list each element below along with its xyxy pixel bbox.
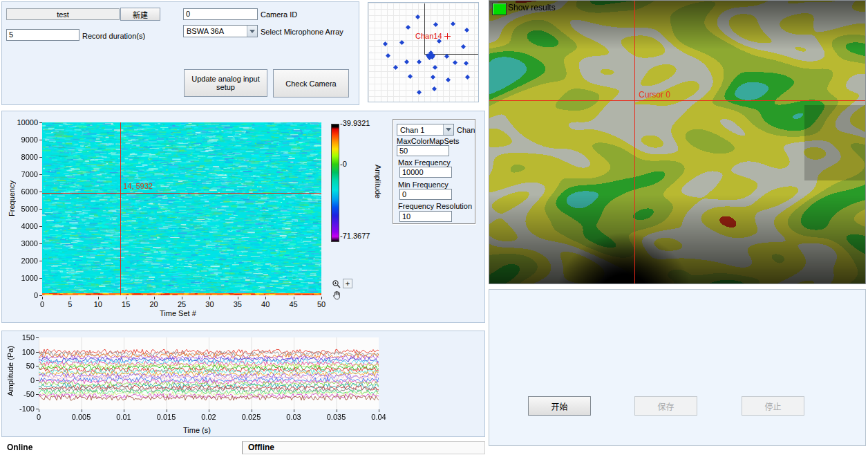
show-results-label: Show results bbox=[508, 3, 556, 12]
mic-point bbox=[406, 25, 411, 30]
tick-label: 10 bbox=[84, 300, 112, 308]
min-frequency-field[interactable]: 0 bbox=[399, 189, 452, 200]
waveform-plot bbox=[39, 337, 379, 409]
mic-point bbox=[433, 22, 438, 27]
mic-point bbox=[444, 54, 449, 59]
acoustic-camera-app: test 新建 5 Record duration(s) 0 Camera ID… bbox=[0, 0, 868, 455]
min-frequency-label: Min Frequency bbox=[398, 180, 449, 189]
spectrogram-cursor-vline bbox=[120, 122, 121, 295]
mic-point bbox=[465, 75, 470, 80]
max-frequency-label: Max Frequency bbox=[398, 158, 451, 167]
mic-point bbox=[404, 59, 409, 64]
action-panel: 开始 保存 停止 bbox=[489, 289, 866, 446]
tick-label: 0.02 bbox=[195, 413, 223, 421]
offline-status-label: Offline bbox=[248, 443, 274, 452]
tick-label: 45 bbox=[280, 300, 308, 308]
chevron-down-icon bbox=[443, 124, 453, 135]
tick-label: 5 bbox=[56, 300, 84, 308]
colorbar bbox=[331, 124, 339, 242]
colorbar-axis-label: Amplitude bbox=[374, 165, 382, 198]
tick-label: 0.03 bbox=[280, 413, 308, 421]
tick-label: 8000 bbox=[9, 153, 38, 161]
record-duration-field[interactable]: 5 bbox=[6, 29, 79, 41]
mic-point bbox=[432, 86, 437, 91]
tick-label: 9000 bbox=[9, 136, 38, 144]
camera-id-field[interactable]: 0 bbox=[183, 8, 258, 20]
mic-point bbox=[383, 41, 388, 46]
tick-label: 7000 bbox=[9, 170, 38, 178]
start-button[interactable]: 开始 bbox=[528, 396, 591, 416]
hand-icon bbox=[332, 290, 341, 300]
camera-cursor-hline bbox=[489, 100, 865, 101]
tick-label: 50 bbox=[6, 362, 35, 370]
mic-array-plot[interactable]: Chan14 bbox=[368, 2, 479, 102]
colorbar-max-label: -39.9321 bbox=[340, 119, 370, 127]
spectrogram-plot[interactable] bbox=[42, 122, 321, 295]
online-status: Online bbox=[7, 443, 32, 452]
spectrogram-xlabel: Time Set # bbox=[160, 309, 196, 317]
max-colormap-label: MaxColorMapSets bbox=[397, 137, 459, 145]
mic-point bbox=[408, 74, 413, 79]
tick-label: 1000 bbox=[9, 274, 38, 282]
mic-array-select[interactable]: BSWA 36A bbox=[183, 25, 258, 37]
tick-label: 100 bbox=[6, 348, 35, 356]
mic-point bbox=[433, 65, 437, 70]
max-colormap-field[interactable]: 50 bbox=[397, 145, 449, 156]
update-analog-input-button[interactable]: Update analog input setup bbox=[184, 69, 267, 97]
tick-label: 5000 bbox=[9, 205, 38, 213]
mic-point bbox=[393, 65, 398, 70]
colorbar-mid-label: -0 bbox=[340, 160, 347, 168]
frequency-resolution-field[interactable]: 10 bbox=[399, 211, 452, 222]
mic-point bbox=[453, 60, 457, 65]
mic-point bbox=[464, 28, 469, 32]
tick-label: 0.005 bbox=[68, 413, 95, 421]
camera-id-label: Camera ID bbox=[261, 10, 297, 19]
tick-label: 20 bbox=[140, 300, 168, 308]
tick-label: 0.015 bbox=[153, 413, 180, 421]
waveform-panel: Amplitude (Pa) Time (s) 150100500-50-100… bbox=[1, 331, 485, 437]
tick-label: -50 bbox=[6, 390, 35, 398]
session-name-field[interactable]: test bbox=[6, 8, 120, 20]
tick-label: 2000 bbox=[9, 257, 38, 265]
tick-label: 15 bbox=[112, 300, 140, 308]
mic-point bbox=[417, 90, 422, 95]
new-session-button[interactable]: 新建 bbox=[120, 8, 160, 21]
channel-control-box: Chan 1 Chan MaxColorMapSets 50 Max Frequ… bbox=[393, 119, 475, 224]
mic-plot-axis-v bbox=[424, 3, 425, 55]
cursor-tool-button[interactable]: + bbox=[343, 279, 352, 288]
mic-point bbox=[415, 15, 420, 19]
magnifier-icon bbox=[332, 279, 341, 289]
tick-label: 30 bbox=[196, 300, 223, 308]
channel-select[interactable]: Chan 1 bbox=[397, 124, 454, 136]
camera-image[interactable] bbox=[489, 1, 865, 284]
mic-point bbox=[431, 75, 435, 80]
show-results-checkbox[interactable] bbox=[492, 3, 507, 15]
record-duration-label: Record duration(s) bbox=[82, 32, 145, 40]
check-camera-button[interactable]: Check Camera bbox=[273, 69, 349, 98]
tick-label: 0.025 bbox=[238, 413, 265, 421]
tick-label: 6000 bbox=[9, 187, 38, 196]
tick-label: 150 bbox=[6, 333, 35, 342]
camera-cursor-vline bbox=[634, 1, 635, 284]
zoom-tool-button[interactable] bbox=[332, 279, 341, 289]
camera-cursor-label: Cursor 0 bbox=[639, 90, 670, 100]
max-frequency-field[interactable]: 10000 bbox=[399, 167, 452, 178]
mic-point bbox=[386, 53, 390, 58]
tick-label: 35 bbox=[224, 300, 252, 308]
mic-array-label: Select Microphone Array bbox=[261, 28, 343, 36]
colorbar-min-label: -71.3677 bbox=[340, 232, 370, 240]
spectrogram-cursor-hline bbox=[42, 193, 321, 194]
pan-tool-button[interactable] bbox=[332, 290, 341, 300]
save-button[interactable]: 保存 bbox=[634, 396, 697, 416]
tick-label: 0 bbox=[6, 376, 35, 384]
tick-label: 25 bbox=[168, 300, 196, 308]
tick-label: 10000 bbox=[9, 118, 38, 127]
tick-label: 3000 bbox=[9, 239, 38, 248]
mic-array-value: BSWA 36A bbox=[187, 26, 224, 37]
tick-label: 40 bbox=[252, 300, 279, 308]
stop-button[interactable]: 停止 bbox=[742, 396, 804, 416]
mic-point bbox=[399, 40, 404, 45]
waveform-xlabel: Time (s) bbox=[183, 426, 211, 434]
mic-cursor-crosshair bbox=[444, 36, 451, 37]
tick-label: 0.01 bbox=[110, 413, 138, 421]
